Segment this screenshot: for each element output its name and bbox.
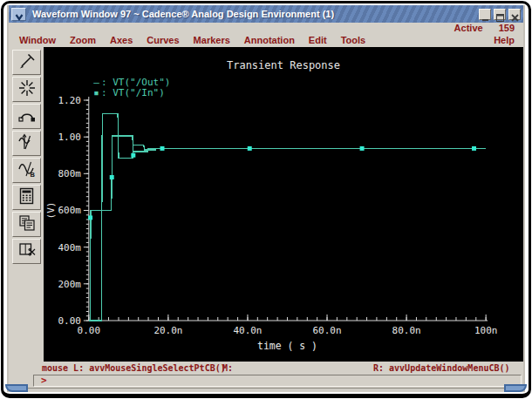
y-tick-label: 1.20 bbox=[58, 95, 80, 106]
x-tick-label: 100n bbox=[474, 325, 497, 336]
legend-glyph: ▪ bbox=[92, 88, 101, 98]
starburst-button[interactable] bbox=[12, 77, 41, 102]
toolbar: B bbox=[9, 47, 44, 362]
menu-item-help[interactable]: Help bbox=[494, 35, 515, 45]
menu-item-edit[interactable]: Edit bbox=[309, 35, 327, 45]
window-menu-button[interactable] bbox=[11, 8, 26, 21]
titlebar[interactable]: Waveform Window 97 ~ Cadence® Analog Des… bbox=[9, 5, 523, 23]
x-tick-label: 60.0n bbox=[313, 325, 342, 336]
window-controls bbox=[479, 9, 521, 20]
data-point-marker bbox=[160, 146, 165, 151]
resize-grip-left[interactable] bbox=[5, 384, 28, 392]
y-tick-label: 400m bbox=[58, 242, 81, 254]
x-tick-label: 0.00 bbox=[78, 325, 100, 336]
active-count: 159 bbox=[499, 23, 515, 33]
x-tick-label: 20.0n bbox=[153, 325, 182, 336]
mouse-right-binding: R: avvUpdateWindowMenuCB() bbox=[373, 363, 510, 373]
starburst-icon bbox=[17, 78, 38, 100]
pen-button[interactable] bbox=[12, 50, 41, 75]
data-point-marker bbox=[88, 215, 92, 220]
sine-b-button[interactable]: B bbox=[12, 158, 41, 183]
resize-grip-right[interactable] bbox=[504, 384, 527, 392]
svg-text:B: B bbox=[30, 171, 35, 179]
menu-item-markers[interactable]: Markers bbox=[194, 35, 230, 45]
probe-arc-button[interactable] bbox=[12, 104, 41, 129]
data-point-marker bbox=[131, 153, 135, 158]
menu-item-annotation[interactable]: Annotation bbox=[244, 35, 295, 45]
menubar: WindowZoomAxesCurvesMarkersAnnotationEdi… bbox=[9, 33, 523, 47]
y-axis-title: (V) bbox=[45, 202, 57, 220]
cut-window-icon bbox=[17, 240, 38, 262]
active-status-bar: Active 159 bbox=[9, 23, 523, 33]
chart-title: Transient Response bbox=[44, 59, 523, 71]
bottom-resize-bar bbox=[9, 387, 523, 392]
waveform-window: Waveform Window 97 ~ Cadence® Analog Des… bbox=[7, 5, 525, 392]
data-point-marker bbox=[248, 146, 252, 151]
menu-item-tools[interactable]: Tools bbox=[341, 35, 366, 45]
calculator-button[interactable] bbox=[12, 185, 41, 210]
waveform-axis-icon bbox=[17, 132, 38, 154]
copy-window-icon bbox=[17, 213, 38, 235]
menu-item-window[interactable]: Window bbox=[19, 35, 56, 45]
x-tick-label: 40.0n bbox=[233, 325, 262, 336]
menu-item-axes[interactable]: Axes bbox=[110, 35, 133, 45]
axes bbox=[89, 97, 488, 321]
probe-arc-icon bbox=[17, 105, 38, 127]
x-tick-label: 80.0n bbox=[392, 325, 421, 336]
mouse-left-binding: mouse L: avvMouseSingleSelectPtCB() bbox=[42, 363, 226, 373]
legend-series-name: VT("/In") bbox=[113, 88, 165, 98]
trace-out[interactable] bbox=[89, 114, 486, 321]
screen-frame: Waveform Window 97 ~ Cadence® Analog Des… bbox=[1, 1, 531, 398]
minimize-button[interactable] bbox=[479, 9, 491, 20]
waveform-axis-button[interactable] bbox=[12, 131, 41, 156]
menu-item-zoom[interactable]: Zoom bbox=[70, 35, 96, 45]
data-point-marker bbox=[472, 146, 476, 151]
maximize-button[interactable] bbox=[494, 9, 506, 20]
chevron-down-icon bbox=[15, 9, 24, 24]
mouse-middle-binding: M: bbox=[222, 363, 233, 373]
pen-icon bbox=[17, 51, 38, 73]
y-tick-label: 200m bbox=[58, 279, 81, 290]
plot-area[interactable]: 0.00200m400m600m800m1.001.200.0020.0n40.… bbox=[44, 47, 523, 362]
trace-in[interactable] bbox=[90, 136, 486, 321]
y-tick-label: 600m bbox=[58, 205, 81, 216]
close-button[interactable] bbox=[508, 9, 521, 20]
cut-window-button[interactable] bbox=[12, 239, 41, 264]
x-axis-title: time ( s ) bbox=[257, 340, 317, 352]
sine-b-icon: B bbox=[17, 159, 38, 181]
legend-item-in[interactable]: ▪: VT("/In") bbox=[92, 88, 170, 98]
data-point-marker bbox=[110, 175, 114, 179]
main-content: B 0.00200m400m600m800m1.001.200.0020.0n4… bbox=[9, 47, 523, 362]
status-bar: mouse L: avvMouseSingleSelectPtCB() M: R… bbox=[9, 362, 523, 375]
legend-separator: : bbox=[101, 88, 113, 98]
window-title: Waveform Window 97 ~ Cadence® Analog Des… bbox=[29, 9, 476, 19]
active-status-label: Active bbox=[454, 23, 483, 33]
legend: –: VT("/Out")▪: VT("/In") bbox=[92, 78, 170, 98]
prompt-char: > bbox=[41, 375, 47, 386]
menu-item-curves[interactable]: Curves bbox=[147, 35, 179, 45]
y-tick-label: 800m bbox=[58, 168, 81, 179]
copy-window-button[interactable] bbox=[12, 212, 41, 237]
y-tick-label: 1.00 bbox=[58, 132, 80, 143]
calculator-icon bbox=[17, 186, 38, 208]
data-point-marker bbox=[360, 146, 365, 151]
command-prompt[interactable]: > bbox=[33, 375, 522, 387]
bottom-edge[interactable] bbox=[28, 388, 504, 391]
